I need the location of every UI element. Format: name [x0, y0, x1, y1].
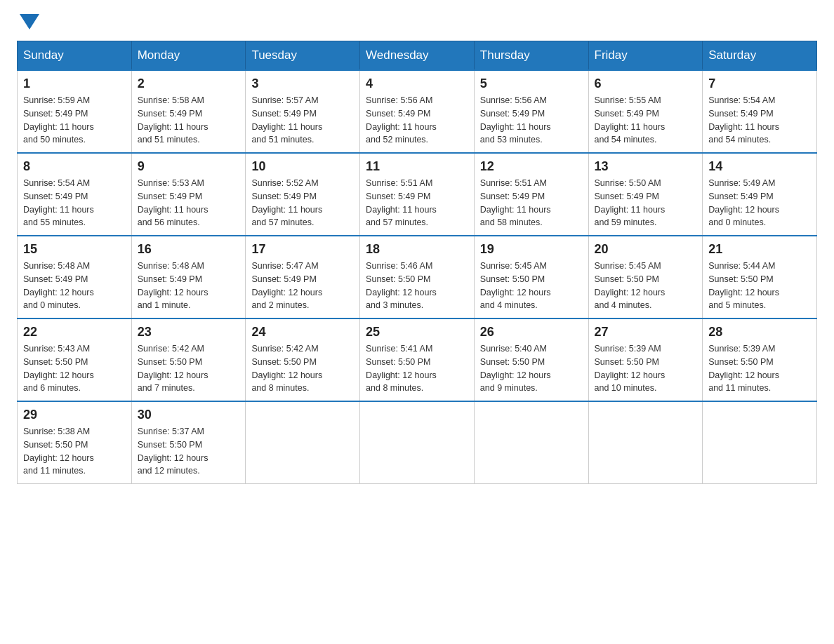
- day-number: 25: [366, 325, 468, 340]
- day-number: 3: [251, 76, 354, 91]
- day-number: 19: [480, 242, 583, 257]
- day-info: Sunrise: 5:48 AMSunset: 5:49 PMDaylight:…: [23, 260, 126, 312]
- day-info: Sunrise: 5:44 AMSunset: 5:50 PMDaylight:…: [708, 260, 811, 312]
- calendar-cell: 18Sunrise: 5:46 AMSunset: 5:50 PMDayligh…: [360, 236, 475, 318]
- day-info: Sunrise: 5:42 AMSunset: 5:50 PMDaylight:…: [251, 342, 354, 395]
- logo: [17, 17, 39, 29]
- logo-triangle-icon: [20, 14, 39, 29]
- calendar-cell: 14Sunrise: 5:49 AMSunset: 5:49 PMDayligh…: [703, 153, 817, 236]
- calendar-cell: 1Sunrise: 5:59 AMSunset: 5:49 PMDaylight…: [18, 70, 132, 153]
- day-info: Sunrise: 5:37 AMSunset: 5:50 PMDaylight:…: [138, 425, 240, 478]
- calendar-cell: 27Sunrise: 5:39 AMSunset: 5:50 PMDayligh…: [588, 318, 703, 401]
- calendar-cell: 9Sunrise: 5:53 AMSunset: 5:49 PMDaylight…: [131, 153, 246, 236]
- day-info: Sunrise: 5:48 AMSunset: 5:49 PMDaylight:…: [138, 260, 240, 312]
- week-row-3: 15Sunrise: 5:48 AMSunset: 5:49 PMDayligh…: [18, 236, 817, 318]
- day-info: Sunrise: 5:53 AMSunset: 5:49 PMDaylight:…: [138, 177, 240, 229]
- day-number: 26: [480, 325, 583, 340]
- day-info: Sunrise: 5:41 AMSunset: 5:50 PMDaylight:…: [366, 342, 468, 395]
- day-info: Sunrise: 5:39 AMSunset: 5:50 PMDaylight:…: [595, 342, 697, 395]
- day-number: 16: [138, 242, 240, 257]
- calendar-cell: 8Sunrise: 5:54 AMSunset: 5:49 PMDaylight…: [18, 153, 132, 236]
- calendar-cell: 13Sunrise: 5:50 AMSunset: 5:49 PMDayligh…: [588, 153, 703, 236]
- calendar-cell: 15Sunrise: 5:48 AMSunset: 5:49 PMDayligh…: [18, 236, 132, 318]
- calendar-cell: [703, 401, 817, 484]
- day-number: 6: [595, 76, 697, 91]
- day-info: Sunrise: 5:54 AMSunset: 5:49 PMDaylight:…: [708, 94, 811, 147]
- weekday-header-saturday: Saturday: [703, 41, 817, 71]
- day-info: Sunrise: 5:49 AMSunset: 5:49 PMDaylight:…: [708, 177, 811, 229]
- day-info: Sunrise: 5:56 AMSunset: 5:49 PMDaylight:…: [480, 94, 583, 147]
- calendar-cell: 30Sunrise: 5:37 AMSunset: 5:50 PMDayligh…: [131, 401, 246, 484]
- calendar-cell: 25Sunrise: 5:41 AMSunset: 5:50 PMDayligh…: [360, 318, 475, 401]
- calendar-cell: 4Sunrise: 5:56 AMSunset: 5:49 PMDaylight…: [360, 70, 475, 153]
- day-info: Sunrise: 5:51 AMSunset: 5:49 PMDaylight:…: [366, 177, 468, 229]
- day-info: Sunrise: 5:47 AMSunset: 5:49 PMDaylight:…: [251, 260, 354, 312]
- day-number: 23: [138, 325, 240, 340]
- day-number: 9: [138, 159, 240, 174]
- day-number: 30: [138, 408, 240, 422]
- calendar-cell: [246, 401, 360, 484]
- day-number: 18: [366, 242, 468, 257]
- weekday-header-sunday: Sunday: [18, 41, 132, 71]
- day-info: Sunrise: 5:46 AMSunset: 5:50 PMDaylight:…: [366, 260, 468, 312]
- weekday-header-tuesday: Tuesday: [246, 41, 360, 71]
- day-number: 13: [595, 159, 697, 174]
- calendar-cell: 12Sunrise: 5:51 AMSunset: 5:49 PMDayligh…: [474, 153, 588, 236]
- day-info: Sunrise: 5:40 AMSunset: 5:50 PMDaylight:…: [480, 342, 583, 395]
- week-row-1: 1Sunrise: 5:59 AMSunset: 5:49 PMDaylight…: [18, 70, 817, 153]
- day-number: 2: [138, 76, 240, 91]
- day-info: Sunrise: 5:58 AMSunset: 5:49 PMDaylight:…: [138, 94, 240, 147]
- day-info: Sunrise: 5:45 AMSunset: 5:50 PMDaylight:…: [595, 260, 697, 312]
- day-info: Sunrise: 5:54 AMSunset: 5:49 PMDaylight:…: [23, 177, 126, 229]
- weekday-header-monday: Monday: [131, 41, 246, 71]
- calendar-cell: 21Sunrise: 5:44 AMSunset: 5:50 PMDayligh…: [703, 236, 817, 318]
- day-number: 5: [480, 76, 583, 91]
- calendar-cell: 23Sunrise: 5:42 AMSunset: 5:50 PMDayligh…: [131, 318, 246, 401]
- calendar-cell: 17Sunrise: 5:47 AMSunset: 5:49 PMDayligh…: [246, 236, 360, 318]
- day-info: Sunrise: 5:43 AMSunset: 5:50 PMDaylight:…: [23, 342, 126, 395]
- calendar-cell: [588, 401, 703, 484]
- day-number: 14: [708, 159, 811, 174]
- week-row-2: 8Sunrise: 5:54 AMSunset: 5:49 PMDaylight…: [18, 153, 817, 236]
- day-number: 17: [251, 242, 354, 257]
- day-info: Sunrise: 5:57 AMSunset: 5:49 PMDaylight:…: [251, 94, 354, 147]
- day-number: 15: [23, 242, 126, 257]
- weekday-header-wednesday: Wednesday: [360, 41, 475, 71]
- calendar-cell: 20Sunrise: 5:45 AMSunset: 5:50 PMDayligh…: [588, 236, 703, 318]
- day-info: Sunrise: 5:39 AMSunset: 5:50 PMDaylight:…: [708, 342, 811, 395]
- calendar-cell: 16Sunrise: 5:48 AMSunset: 5:49 PMDayligh…: [131, 236, 246, 318]
- calendar-cell: 22Sunrise: 5:43 AMSunset: 5:50 PMDayligh…: [18, 318, 132, 401]
- calendar-cell: 26Sunrise: 5:40 AMSunset: 5:50 PMDayligh…: [474, 318, 588, 401]
- calendar-cell: 10Sunrise: 5:52 AMSunset: 5:49 PMDayligh…: [246, 153, 360, 236]
- day-number: 28: [708, 325, 811, 340]
- day-info: Sunrise: 5:52 AMSunset: 5:49 PMDaylight:…: [251, 177, 354, 229]
- day-number: 1: [23, 76, 126, 91]
- calendar-cell: 3Sunrise: 5:57 AMSunset: 5:49 PMDaylight…: [246, 70, 360, 153]
- calendar-cell: 11Sunrise: 5:51 AMSunset: 5:49 PMDayligh…: [360, 153, 475, 236]
- weekday-header-thursday: Thursday: [474, 41, 588, 71]
- calendar-table: SundayMondayTuesdayWednesdayThursdayFrid…: [17, 41, 817, 484]
- day-number: 22: [23, 325, 126, 340]
- day-number: 10: [251, 159, 354, 174]
- day-info: Sunrise: 5:38 AMSunset: 5:50 PMDaylight:…: [23, 425, 126, 478]
- calendar-cell: 7Sunrise: 5:54 AMSunset: 5:49 PMDaylight…: [703, 70, 817, 153]
- day-number: 12: [480, 159, 583, 174]
- day-number: 21: [708, 242, 811, 257]
- weekday-header-friday: Friday: [588, 41, 703, 71]
- day-number: 8: [23, 159, 126, 174]
- day-info: Sunrise: 5:51 AMSunset: 5:49 PMDaylight:…: [480, 177, 583, 229]
- calendar-cell: [360, 401, 475, 484]
- calendar-cell: 24Sunrise: 5:42 AMSunset: 5:50 PMDayligh…: [246, 318, 360, 401]
- calendar-cell: 19Sunrise: 5:45 AMSunset: 5:50 PMDayligh…: [474, 236, 588, 318]
- day-info: Sunrise: 5:56 AMSunset: 5:49 PMDaylight:…: [366, 94, 468, 147]
- day-number: 20: [595, 242, 697, 257]
- calendar-cell: 28Sunrise: 5:39 AMSunset: 5:50 PMDayligh…: [703, 318, 817, 401]
- day-info: Sunrise: 5:55 AMSunset: 5:49 PMDaylight:…: [595, 94, 697, 147]
- week-row-4: 22Sunrise: 5:43 AMSunset: 5:50 PMDayligh…: [18, 318, 817, 401]
- day-number: 4: [366, 76, 468, 91]
- day-info: Sunrise: 5:45 AMSunset: 5:50 PMDaylight:…: [480, 260, 583, 312]
- calendar-cell: 2Sunrise: 5:58 AMSunset: 5:49 PMDaylight…: [131, 70, 246, 153]
- page-header: [17, 17, 817, 29]
- day-info: Sunrise: 5:59 AMSunset: 5:49 PMDaylight:…: [23, 94, 126, 147]
- day-info: Sunrise: 5:50 AMSunset: 5:49 PMDaylight:…: [595, 177, 697, 229]
